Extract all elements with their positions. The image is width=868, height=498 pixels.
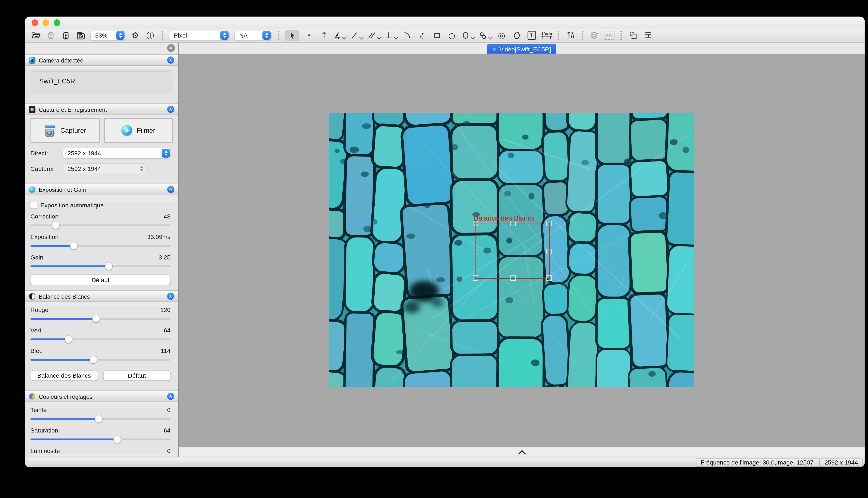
slider-thumb[interactable] bbox=[65, 336, 72, 343]
collapse-section-button[interactable]: « bbox=[167, 393, 175, 400]
objective-select[interactable]: NA bbox=[235, 30, 271, 41]
collapse-section-button[interactable]: « bbox=[167, 56, 175, 64]
saturation-slider[interactable] bbox=[30, 436, 171, 443]
slider-thumb[interactable] bbox=[114, 436, 121, 443]
capture-button[interactable]: Capturer bbox=[30, 118, 100, 143]
correction-slider[interactable] bbox=[30, 222, 171, 229]
unit-select[interactable]: Pixel bbox=[169, 30, 229, 41]
info-button[interactable]: ⓘ bbox=[145, 30, 155, 41]
text-tool[interactable]: T bbox=[526, 30, 537, 41]
green-slider[interactable] bbox=[30, 336, 171, 343]
point-tool[interactable]: · bbox=[304, 30, 315, 41]
close-window-button[interactable] bbox=[31, 19, 38, 26]
sidebar-collapse-button[interactable]: « bbox=[167, 44, 175, 52]
scalebar-icon: 10um bbox=[541, 31, 552, 39]
white-balance-roi[interactable]: Balance des Blancs bbox=[475, 223, 550, 279]
arrow-tool[interactable]: ↑ bbox=[319, 30, 329, 41]
csv-export-button[interactable]: CSV bbox=[604, 30, 614, 41]
timed-capture-button[interactable] bbox=[75, 30, 86, 41]
stepper-icon[interactable] bbox=[220, 31, 229, 40]
section-header-white-balance[interactable]: Balance des Blancs « bbox=[25, 290, 178, 302]
blue-slider[interactable] bbox=[30, 356, 171, 363]
snap-resolution-select[interactable]: 2592 x 1944 bbox=[63, 163, 146, 174]
measure-settings-button[interactable] bbox=[565, 30, 576, 41]
arc-tool[interactable] bbox=[402, 30, 412, 41]
stepper-icon[interactable] bbox=[162, 149, 170, 157]
live-video-frame[interactable]: Balance des Blancs bbox=[329, 113, 694, 387]
white-balance-button[interactable]: Balance des Blancs bbox=[30, 371, 98, 381]
flatten-button[interactable] bbox=[643, 30, 653, 41]
camera-list: Swift_EC5R bbox=[30, 69, 173, 93]
slider-thumb[interactable] bbox=[93, 315, 100, 323]
angle-tool[interactable]: ∡ bbox=[334, 30, 346, 41]
roi-handle[interactable] bbox=[547, 249, 552, 254]
section-header-exposure[interactable]: Exposition et Gain « bbox=[25, 183, 178, 195]
red-slider[interactable] bbox=[30, 315, 171, 323]
line-tool[interactable] bbox=[350, 30, 363, 41]
pointer-tool[interactable] bbox=[285, 30, 299, 41]
roi-handle[interactable] bbox=[473, 249, 478, 254]
save-button[interactable] bbox=[46, 30, 56, 41]
concentric-circles-icon: ◎ bbox=[498, 31, 505, 39]
roi-handle[interactable] bbox=[547, 221, 552, 226]
scalebar-tool[interactable]: 10um bbox=[541, 30, 552, 41]
record-button[interactable]: Filmer bbox=[104, 118, 173, 143]
roi-handle[interactable] bbox=[473, 275, 478, 281]
section-header-capture[interactable]: Capture et Enregistrement « bbox=[25, 104, 178, 115]
slider-thumb[interactable] bbox=[90, 356, 97, 363]
direct-resolution-value: 2592 x 1944 bbox=[67, 150, 159, 156]
viewport[interactable]: Balance des Blancs bbox=[179, 54, 865, 447]
layers-button[interactable] bbox=[589, 30, 600, 41]
collapse-section-button[interactable]: « bbox=[167, 106, 175, 113]
linked-circles-tool[interactable] bbox=[478, 30, 492, 41]
parallel-lines-tool[interactable] bbox=[367, 30, 381, 41]
circle-tool[interactable]: ○ bbox=[447, 30, 457, 41]
open-file-button[interactable] bbox=[30, 30, 41, 41]
gain-slider[interactable] bbox=[30, 263, 171, 270]
collapse-section-button[interactable]: « bbox=[167, 186, 175, 193]
polygon-tool[interactable] bbox=[511, 30, 522, 41]
roi-handle[interactable] bbox=[473, 221, 478, 226]
exposure-default-button[interactable]: Défaut bbox=[30, 275, 171, 285]
video-tab[interactable]: × Vidéo[Swift_EC5R] bbox=[487, 44, 557, 54]
roi-handle[interactable] bbox=[547, 275, 552, 281]
zoom-value: 33% bbox=[95, 32, 114, 39]
hue-slider[interactable] bbox=[30, 415, 171, 422]
concentric-circles-tool[interactable]: ◎ bbox=[496, 30, 507, 41]
snap-label: Capturer: bbox=[30, 165, 61, 172]
direct-resolution-select[interactable]: 2592 x 1944 bbox=[63, 148, 170, 158]
collapse-left-icon: « bbox=[169, 45, 173, 51]
section-header-colors[interactable]: Couleurs et réglages « bbox=[25, 391, 178, 402]
duplicate-button[interactable] bbox=[628, 30, 638, 41]
zoom-window-button[interactable] bbox=[54, 19, 60, 26]
slider-thumb[interactable] bbox=[105, 263, 113, 270]
rectangle-tool[interactable] bbox=[432, 30, 442, 41]
stepper-icon[interactable] bbox=[263, 31, 271, 40]
camera-list-item[interactable]: Swift_EC5R bbox=[34, 71, 169, 91]
exposure-slider[interactable] bbox=[30, 242, 171, 249]
zoom-select[interactable]: 33% bbox=[91, 30, 125, 41]
slider-value: 0 bbox=[167, 406, 170, 413]
rectangle-icon bbox=[433, 31, 441, 39]
settings-button[interactable]: ⚙ bbox=[130, 30, 141, 41]
auto-exposure-checkbox[interactable] bbox=[30, 202, 37, 208]
curve-tool[interactable] bbox=[417, 30, 427, 41]
perpendicular-tool[interactable]: ⊥ bbox=[385, 30, 397, 41]
collapse-section-button[interactable]: « bbox=[167, 292, 175, 300]
stepper-icon[interactable] bbox=[116, 31, 125, 40]
section-header-camera[interactable]: Caméra détectée « bbox=[25, 54, 178, 66]
bottom-panel-expander[interactable] bbox=[179, 447, 865, 457]
slider-thumb[interactable] bbox=[70, 242, 78, 249]
tab-close-icon[interactable]: × bbox=[493, 45, 496, 52]
slider-thumb[interactable] bbox=[95, 415, 103, 422]
roi-handle[interactable] bbox=[510, 221, 516, 226]
slider-thumb[interactable] bbox=[52, 222, 59, 229]
flash-capture-button[interactable] bbox=[61, 30, 71, 41]
minimize-window-button[interactable] bbox=[43, 19, 49, 26]
ellipse-tool[interactable] bbox=[461, 30, 474, 41]
snap-resolution-value: 2592 x 1944 bbox=[67, 165, 135, 172]
white-balance-default-button[interactable]: Défaut bbox=[103, 371, 170, 381]
stepper-icon bbox=[137, 164, 146, 173]
roi-handle[interactable] bbox=[510, 275, 516, 281]
folder-open-icon bbox=[31, 30, 41, 41]
